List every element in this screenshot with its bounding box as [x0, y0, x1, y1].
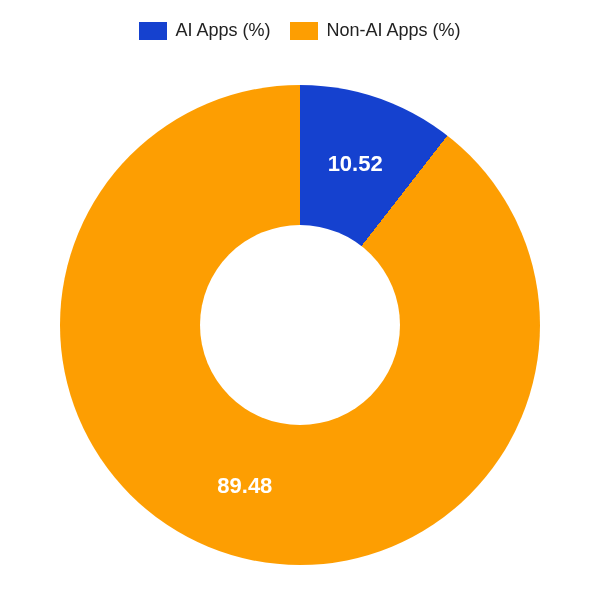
- donut-ring: 10.52 89.48: [60, 85, 540, 565]
- legend-swatch-icon: [139, 22, 167, 40]
- legend-item-non-ai: Non-AI Apps (%): [290, 20, 460, 41]
- donut-chart: 10.52 89.48: [0, 60, 600, 590]
- legend-swatch-icon: [290, 22, 318, 40]
- slice-label-non-ai: 89.48: [217, 473, 272, 499]
- legend-label: AI Apps (%): [175, 20, 270, 41]
- slice-label-ai: 10.52: [328, 151, 383, 177]
- legend-label: Non-AI Apps (%): [326, 20, 460, 41]
- chart-legend: AI Apps (%) Non-AI Apps (%): [0, 0, 600, 41]
- donut-hole: [200, 225, 400, 425]
- legend-item-ai: AI Apps (%): [139, 20, 270, 41]
